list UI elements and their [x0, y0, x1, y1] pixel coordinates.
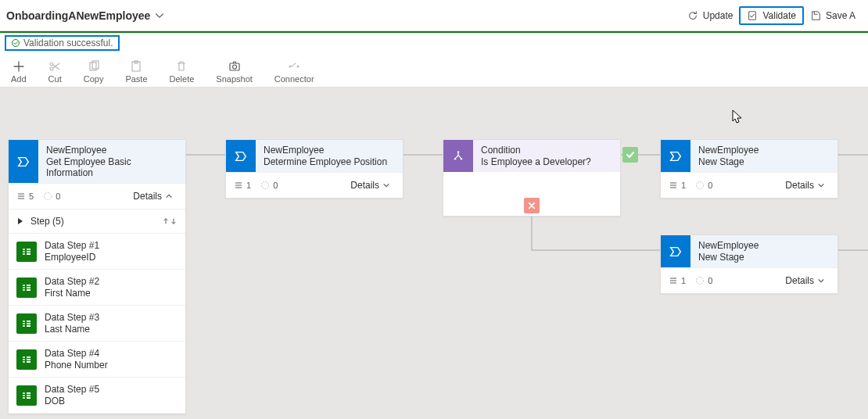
chevron-badge-icon: [234, 149, 248, 163]
svg-rect-21: [27, 285, 30, 286]
step-row[interactable]: Data Step #1EmployeeID: [9, 234, 185, 270]
condition-icon: [443, 140, 473, 172]
data-step-icon: [16, 349, 37, 370]
snapshot-button[interactable]: Snapshot: [216, 59, 252, 87]
update-button[interactable]: Update: [681, 7, 740, 24]
trash-icon: [175, 60, 188, 73]
steps-header[interactable]: Step (5): [9, 209, 185, 234]
paste-label: Paste: [125, 74, 147, 84]
cut-button[interactable]: Cut: [48, 59, 62, 87]
stage-icon: [226, 140, 256, 172]
list-icon: [234, 181, 243, 190]
details-toggle[interactable]: Details: [346, 179, 395, 192]
stage-entity: NewEmployee: [46, 145, 178, 156]
designer-canvas[interactable]: NewEmployee Get Employee Basic Informati…: [0, 88, 868, 419]
svg-rect-32: [27, 397, 30, 399]
triangle-right-icon: [16, 217, 24, 225]
chevron-down-icon: [155, 11, 164, 20]
sort-arrows-icon[interactable]: [162, 217, 178, 226]
refresh-icon: [687, 10, 698, 21]
svg-rect-25: [27, 323, 30, 324]
stage-card-3[interactable]: NewEmployee New Stage 1 0 Details: [660, 139, 838, 199]
chevron-badge-icon: [669, 245, 683, 259]
save-icon: [810, 10, 821, 21]
flow-title: OnboardingANewEmployee: [6, 9, 150, 22]
condition-title: Condition: [481, 145, 612, 156]
stage-card-2[interactable]: NewEmployee Determine Employee Position …: [225, 139, 404, 199]
connector-icon: [288, 60, 300, 73]
stage-entity: NewEmployee: [698, 145, 830, 156]
svg-point-11: [297, 66, 299, 68]
stage-card-1[interactable]: NewEmployee Get Employee Basic Informati…: [8, 139, 186, 414]
svg-rect-29: [27, 361, 30, 363]
x-icon: [528, 202, 536, 210]
save-label: Save A: [826, 10, 855, 21]
step-title: Data Step #1: [45, 240, 99, 251]
svg-point-33: [262, 182, 269, 189]
chevron-up-icon: [165, 192, 173, 200]
condition-question: Is Employee a Developer?: [481, 156, 612, 167]
clock-dotted-icon: [260, 181, 270, 190]
details-toggle[interactable]: Details: [128, 190, 178, 202]
svg-point-17: [45, 193, 52, 200]
validation-message: Validation successful.: [23, 38, 113, 48]
step-row[interactable]: Data Step #2First Name: [9, 270, 185, 306]
delete-button[interactable]: Delete: [170, 59, 195, 87]
time-count: 0: [43, 192, 60, 201]
step-field: EmployeeID: [45, 252, 99, 263]
validate-button[interactable]: Validate: [739, 6, 803, 25]
svg-point-1: [13, 40, 20, 47]
update-label: Update: [703, 10, 733, 21]
flow-title-wrap[interactable]: OnboardingANewEmployee: [6, 9, 164, 22]
stage-name: Get Employee Basic Information: [46, 156, 178, 178]
details-toggle[interactable]: Details: [780, 274, 830, 287]
svg-rect-31: [27, 395, 30, 396]
camera-icon: [228, 60, 241, 73]
svg-point-34: [457, 151, 459, 152]
mouse-cursor-icon: [732, 109, 743, 124]
chevron-down-icon: [382, 181, 390, 189]
copy-label: Copy: [84, 74, 104, 84]
step-title: Data Step #3: [45, 312, 99, 323]
toolbar: Add Cut Copy Paste Delete Snapshot Conne…: [0, 53, 868, 88]
data-step-icon: [16, 313, 37, 334]
step-row[interactable]: Data Step #5DOB: [9, 378, 185, 414]
stage-card-4[interactable]: NewEmployee New Stage 1 0 Details: [660, 235, 838, 294]
step-count: 1: [234, 181, 251, 190]
validation-bar: Validation successful.: [0, 31, 868, 53]
step-field: DOB: [45, 396, 99, 406]
step-field: First Name: [45, 288, 99, 299]
svg-rect-23: [27, 289, 30, 291]
svg-point-9: [232, 65, 236, 69]
list-icon: [16, 192, 26, 201]
add-button[interactable]: Add: [11, 59, 27, 87]
add-label: Add: [11, 74, 27, 84]
svg-point-2: [50, 67, 53, 70]
step-title: Data Step #5: [45, 384, 99, 395]
svg-rect-19: [27, 251, 30, 252]
snapshot-label: Snapshot: [216, 74, 252, 84]
time-count: 0: [260, 181, 278, 190]
step-field: Phone Number: [45, 360, 108, 371]
step-row[interactable]: Data Step #4Phone Number: [9, 342, 185, 378]
step-title: Data Step #2: [45, 276, 99, 287]
validate-label: Validate: [762, 10, 795, 21]
paste-button[interactable]: Paste: [125, 59, 147, 87]
svg-rect-24: [27, 321, 30, 322]
connector-button[interactable]: Connector: [274, 59, 314, 87]
list-icon: [669, 276, 678, 285]
time-count: 0: [695, 276, 712, 285]
svg-rect-18: [27, 249, 30, 250]
save-as-button[interactable]: Save A: [804, 7, 862, 24]
chevron-badge-icon: [16, 155, 30, 169]
clipboard-check-icon: [747, 10, 758, 21]
svg-point-35: [454, 158, 456, 159]
svg-point-37: [697, 182, 704, 189]
svg-point-36: [461, 158, 462, 159]
chevron-down-icon: [817, 181, 825, 189]
condition-no-badge: [524, 198, 540, 213]
copy-button[interactable]: Copy: [84, 59, 104, 87]
step-row[interactable]: Data Step #3Last Name: [9, 306, 185, 342]
details-toggle[interactable]: Details: [780, 179, 830, 192]
cut-label: Cut: [48, 74, 62, 84]
